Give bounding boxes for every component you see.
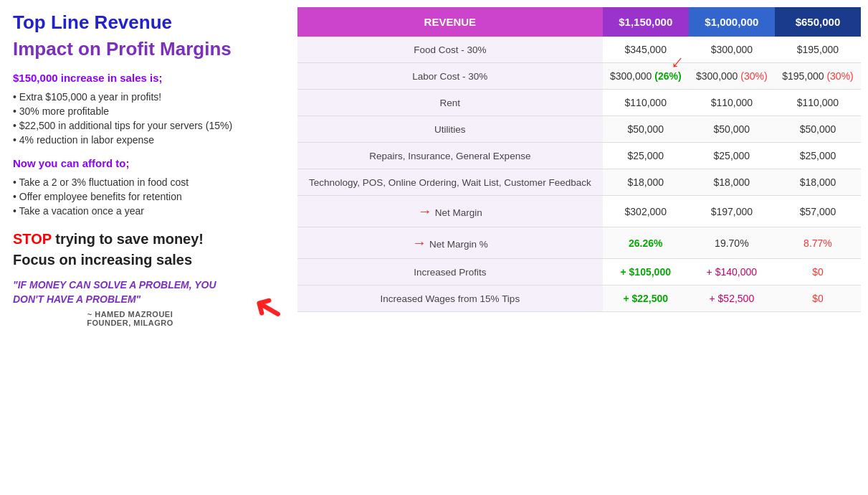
table-row: Food Cost - 30%$345,000$300,000$195,000 [297, 37, 861, 63]
row-col1: $18,000 [603, 169, 689, 196]
col2-value: $197,000 [711, 206, 753, 217]
quote-author: ~ HAMED MAZROUEI FOUNDER, MILAGRO [13, 310, 247, 327]
header-revenue: REVENUE [297, 7, 603, 37]
table-row: Technology, POS, Online Ordering, Wait L… [297, 169, 861, 196]
row-col3: $57,000 [775, 196, 861, 227]
col1-value: $110,000 [625, 97, 667, 108]
row-col1: $110,000 [603, 90, 689, 116]
row-col3: $0 [775, 286, 861, 312]
row-label: Repairs, Insurance, General Expense [297, 143, 603, 169]
col1-value: $18,000 [627, 176, 664, 188]
col3-value: $18,000 [800, 176, 836, 188]
row-label: Food Cost - 30% [297, 37, 603, 63]
title-bottom: Impact on Profit Margins [13, 38, 285, 60]
col2-value: $110,000 [711, 97, 753, 108]
col2-value: + $52,500 [710, 293, 755, 304]
table-body: Food Cost - 30%$345,000$300,000$195,000L… [297, 37, 861, 312]
col1-value: $25,000 [627, 150, 664, 161]
header-col3: $650,000 [775, 7, 861, 37]
col1-value: + $22,500 [623, 293, 668, 304]
col2-value: 19.70% [715, 237, 748, 249]
col2-value: $18,000 [714, 176, 750, 188]
col3-value: $195,000 [782, 70, 824, 82]
col1-value: + $105,000 [621, 266, 671, 278]
row-col2: $50,000 [689, 116, 775, 143]
revenue-table: REVENUE $1,150,000 $1,000,000 $650,000 F… [297, 7, 861, 312]
right-panel: REVENUE $1,150,000 $1,000,000 $650,000 F… [297, 0, 868, 495]
header-col2: $1,000,000 [689, 7, 775, 37]
row-label: →Net Margin % [297, 227, 603, 259]
section2-heading: Now you can afford to; [13, 157, 285, 169]
row-label: Increased Wages from 15% Tips [297, 286, 603, 312]
left-panel: Top Line Revenue Impact on Profit Margin… [0, 0, 297, 495]
row-label: Utilities [297, 116, 603, 143]
table-header: REVENUE $1,150,000 $1,000,000 $650,000 [297, 7, 861, 37]
big-curved-arrow-icon: ➜ [244, 280, 293, 334]
table-row: Labor Cost - 30%↓$300,000 (26%)$300,000 … [297, 63, 861, 90]
col2-value: $25,000 [714, 150, 750, 161]
row-col3: $50,000 [775, 116, 861, 143]
section1-heading: $150,000 increase in sales is; [13, 72, 285, 84]
row-col2: 19.70% [689, 227, 775, 259]
row-col2: $18,000 [689, 169, 775, 196]
col3-value: $57,000 [800, 206, 836, 217]
right-arrow-icon: → [412, 235, 426, 250]
row-col2: + $52,500 [689, 286, 775, 312]
stop-text: STOP trying to save money! [13, 231, 285, 248]
stop-rest: trying to save money! [52, 231, 204, 247]
row-col2: $25,000 [689, 143, 775, 169]
bullets1: Extra $105,000 a year in profits! 30% mo… [13, 90, 285, 147]
row-col3: $110,000 [775, 90, 861, 116]
row-col2: $300,000 (30%) [689, 63, 775, 90]
col2-value: $300,000 [696, 70, 738, 82]
row-label: Technology, POS, Online Ordering, Wait L… [297, 169, 603, 196]
col2-value: + $140,000 [707, 266, 757, 278]
row-col2: + $140,000 [689, 259, 775, 286]
col3-value: $0 [812, 293, 824, 304]
row-col2: $110,000 [689, 90, 775, 116]
col3-extra: (30%) [824, 70, 854, 82]
row-label: Increased Profits [297, 259, 603, 286]
row-col1: $302,000 [603, 196, 689, 227]
col1-value: $300,000 [610, 70, 652, 82]
col3-value: $0 [812, 266, 824, 278]
row-col3: $195,000 (30%) [775, 63, 861, 90]
row-col1: $25,000 [603, 143, 689, 169]
col3-value: $50,000 [800, 123, 836, 135]
col3-value: $25,000 [800, 150, 836, 161]
col2-extra: (30%) [738, 70, 767, 82]
quote-text: "IF MONEY CAN SOLVE A PROBLEM, YOU DON'T… [13, 278, 247, 306]
title-top: Top Line Revenue [13, 11, 285, 34]
col1-value: $302,000 [625, 206, 667, 217]
row-col3: $25,000 [775, 143, 861, 169]
table-row: Increased Profits+ $105,000+ $140,000$0 [297, 259, 861, 286]
row-col3: 8.77% [775, 227, 861, 259]
row-label: →Net Margin [297, 196, 603, 227]
row-col1: + $22,500 [603, 286, 689, 312]
row-col1: ↓$300,000 (26%) [603, 63, 689, 90]
bullet1-2: 30% more profitable [13, 104, 285, 118]
col1-value: $50,000 [627, 123, 664, 135]
col3-value: 8.77% [803, 237, 832, 249]
row-label: Rent [297, 90, 603, 116]
table-row: →Net Margin$302,000$197,000$57,000 [297, 196, 861, 227]
bullet2-1: Take a 2 or 3% fluctuation in food cost [13, 175, 285, 189]
col2-value: $300,000 [711, 44, 753, 55]
col1-extra: (26%) [652, 70, 681, 82]
quote-block: "IF MONEY CAN SOLVE A PROBLEM, YOU DON'T… [13, 278, 285, 329]
stop-word: STOP [13, 231, 52, 247]
header-row: REVENUE $1,150,000 $1,000,000 $650,000 [297, 7, 861, 37]
col3-value: $110,000 [797, 97, 839, 108]
table-row: Repairs, Insurance, General Expense$25,0… [297, 143, 861, 169]
row-label: Labor Cost - 30% [297, 63, 603, 90]
row-col2: $197,000 [689, 196, 775, 227]
table-row: Rent$110,000$110,000$110,000 [297, 90, 861, 116]
row-col1: $50,000 [603, 116, 689, 143]
row-col1: 26.26% [603, 227, 689, 259]
focus-text: Focus on increasing sales [13, 252, 285, 268]
table-row: Increased Wages from 15% Tips+ $22,500+ … [297, 286, 861, 312]
row-col2: $300,000 [689, 37, 775, 63]
col3-value: $195,000 [797, 44, 839, 55]
row-col3: $0 [775, 259, 861, 286]
right-arrow-icon: → [418, 203, 432, 219]
